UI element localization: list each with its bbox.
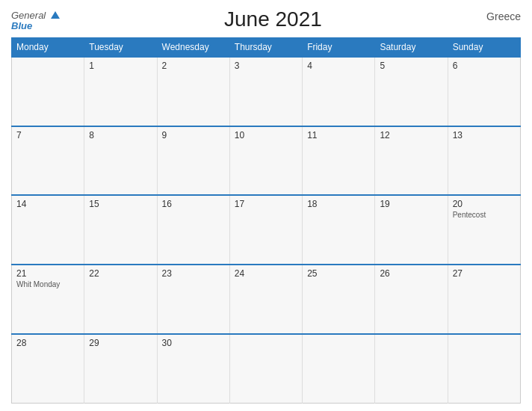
calendar-cell: 5 xyxy=(375,57,448,126)
calendar-cell: 4 xyxy=(303,57,375,126)
calendar-cell: 24 xyxy=(229,265,302,334)
calendar-cell: 18 xyxy=(303,195,375,265)
calendar-cell: 14 xyxy=(12,195,84,265)
weekday-header-row: Monday Tuesday Wednesday Thursday Friday… xyxy=(12,38,521,58)
calendar-cell: 23 xyxy=(157,265,229,334)
calendar-cell xyxy=(448,334,520,404)
col-tuesday: Tuesday xyxy=(84,38,157,58)
day-number: 6 xyxy=(453,61,516,71)
calendar-week-row: 123456 xyxy=(12,57,521,126)
calendar-cell: 12 xyxy=(375,126,448,196)
calendar-cell: 21Whit Monday xyxy=(12,265,84,334)
day-number: 10 xyxy=(235,130,297,140)
calendar-cell: 17 xyxy=(229,195,302,265)
calendar-cell xyxy=(303,334,375,404)
calendar-cell xyxy=(375,334,448,404)
day-number: 28 xyxy=(16,338,79,348)
calendar-cell: 11 xyxy=(303,126,375,196)
col-saturday: Saturday xyxy=(375,38,448,58)
day-number: 20 xyxy=(453,199,516,209)
logo-blue-text: Blue xyxy=(11,21,32,31)
logo: General Blue xyxy=(11,9,60,31)
col-friday: Friday xyxy=(303,38,375,58)
col-wednesday: Wednesday xyxy=(157,38,229,58)
calendar-week-row: 78910111213 xyxy=(12,126,521,196)
calendar-cell: 3 xyxy=(229,57,302,126)
logo-triangle-icon xyxy=(51,11,60,19)
day-number: 24 xyxy=(235,268,297,279)
calendar-cell: 1 xyxy=(84,57,157,126)
day-number: 12 xyxy=(380,130,442,140)
day-number: 18 xyxy=(307,199,370,209)
calendar-cell: 2 xyxy=(157,57,229,126)
calendar-cell xyxy=(12,57,84,126)
day-number: 9 xyxy=(162,130,225,140)
calendar-cell: 10 xyxy=(229,126,302,196)
calendar-cell: 27 xyxy=(448,265,520,334)
day-number: 7 xyxy=(16,130,79,140)
day-number: 2 xyxy=(162,61,225,71)
calendar-cell: 22 xyxy=(84,265,157,334)
logo-general-text: General xyxy=(11,10,46,21)
col-monday: Monday xyxy=(12,38,84,58)
day-number: 14 xyxy=(16,199,79,209)
day-number: 19 xyxy=(380,199,442,209)
day-number: 26 xyxy=(380,268,442,279)
day-number: 27 xyxy=(453,268,516,279)
col-thursday: Thursday xyxy=(229,38,302,58)
calendar-cell: 15 xyxy=(84,195,157,265)
calendar-cell xyxy=(229,334,302,404)
calendar-table: Monday Tuesday Wednesday Thursday Friday… xyxy=(11,37,521,404)
day-number: 17 xyxy=(235,199,297,209)
day-number: 16 xyxy=(162,199,225,209)
calendar-week-row: 282930 xyxy=(12,334,521,404)
day-number: 23 xyxy=(162,268,225,279)
header: General Blue June 2021 Greece xyxy=(11,7,521,31)
day-number: 25 xyxy=(307,268,370,279)
calendar-wrapper: General Blue June 2021 Greece Monday Tue… xyxy=(0,0,532,411)
calendar-header: Monday Tuesday Wednesday Thursday Friday… xyxy=(12,38,521,58)
calendar-cell: 25 xyxy=(303,265,375,334)
calendar-cell: 9 xyxy=(157,126,229,196)
calendar-week-row: 14151617181920Pentecost xyxy=(12,195,521,265)
day-number: 3 xyxy=(235,61,297,71)
calendar-body: 1234567891011121314151617181920Pentecost… xyxy=(12,57,521,404)
calendar-cell: 8 xyxy=(84,126,157,196)
day-number: 1 xyxy=(89,61,152,71)
calendar-cell: 30 xyxy=(157,334,229,404)
day-number: 29 xyxy=(89,338,152,348)
day-number: 22 xyxy=(89,268,152,279)
calendar-week-row: 21Whit Monday222324252627 xyxy=(12,265,521,334)
col-sunday: Sunday xyxy=(448,38,520,58)
holiday-label: Whit Monday xyxy=(16,280,79,288)
day-number: 11 xyxy=(307,130,370,140)
calendar-cell: 19 xyxy=(375,195,448,265)
day-number: 5 xyxy=(380,61,442,71)
calendar-cell: 26 xyxy=(375,265,448,334)
day-number: 30 xyxy=(162,338,225,348)
day-number: 21 xyxy=(16,268,79,279)
calendar-cell: 29 xyxy=(84,334,157,404)
calendar-title: June 2021 xyxy=(60,7,486,31)
country-label: Greece xyxy=(486,10,521,22)
calendar-cell: 16 xyxy=(157,195,229,265)
calendar-cell: 6 xyxy=(448,57,520,126)
day-number: 8 xyxy=(89,130,152,140)
holiday-label: Pentecost xyxy=(453,211,516,219)
calendar-cell: 20Pentecost xyxy=(448,195,520,265)
day-number: 4 xyxy=(307,61,370,71)
day-number: 13 xyxy=(453,130,516,140)
calendar-cell: 7 xyxy=(12,126,84,196)
calendar-cell: 28 xyxy=(12,334,84,404)
day-number: 15 xyxy=(89,199,152,209)
logo-top: General xyxy=(11,9,60,21)
calendar-cell: 13 xyxy=(448,126,520,196)
